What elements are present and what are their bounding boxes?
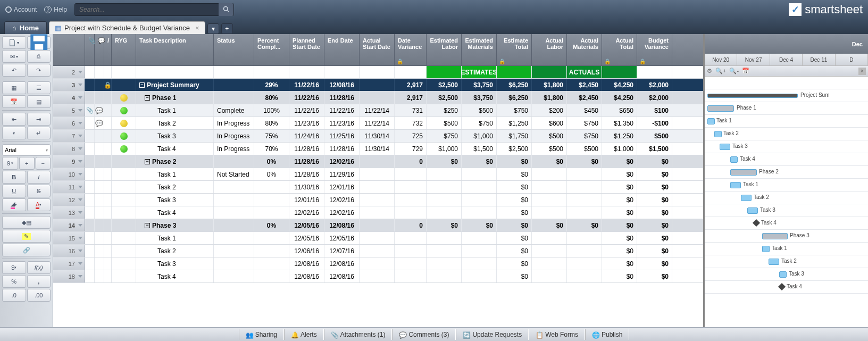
gantt-bar[interactable]	[762, 233, 788, 239]
account-link[interactable]: Account	[5, 6, 37, 13]
gantt-milestone[interactable]	[778, 283, 786, 290]
formula-button[interactable]: f(x)	[27, 261, 51, 274]
search-button[interactable]	[219, 3, 233, 16]
gantt-view-button[interactable]: ☰	[27, 81, 51, 94]
table-row[interactable]: 10Task 1Not Started0%11/28/1611/29/16$0$…	[53, 168, 703, 181]
desc-header[interactable]: Task Description	[136, 34, 214, 65]
bubble-icon[interactable]: 💬	[95, 120, 103, 127]
table-row[interactable]: 8Task 4In Progress70%11/28/1611/28/1611/…	[53, 143, 703, 155]
table-row[interactable]: 17Task 312/08/1612/08/16$0$0$0	[53, 257, 703, 270]
save-button[interactable]	[27, 36, 51, 49]
status-cell[interactable]	[214, 257, 254, 270]
atot-header[interactable]: Actual Total🔒	[602, 34, 637, 65]
redo-button[interactable]: ↷	[27, 64, 51, 77]
table-row[interactable]: 11Task 211/30/1612/01/16$0$0$0	[53, 181, 703, 194]
table-row[interactable]: 12Task 312/01/1612/02/16$0$0$0	[53, 194, 703, 206]
bvar-header[interactable]: Budget Variance🔒	[637, 34, 672, 65]
close-tab-icon[interactable]: ×	[195, 24, 199, 32]
gantt-bar[interactable]	[730, 169, 757, 176]
indent-button[interactable]: ⇥	[27, 113, 51, 126]
status-header[interactable]: Status	[214, 34, 254, 65]
strike-button[interactable]: S	[27, 185, 51, 197]
file-button[interactable]: ▾	[2, 36, 26, 49]
gantt-bar[interactable]	[769, 259, 779, 265]
gantt-today-icon[interactable]: 📅	[742, 68, 749, 74]
status-cell[interactable]: Complete	[214, 104, 254, 117]
status-cell[interactable]	[214, 79, 254, 91]
conditional-format-button[interactable]: ◆▤	[2, 216, 51, 229]
row-number[interactable]: 17	[53, 257, 85, 270]
table-row[interactable]: 5📎💬Task 1Complete100%11/22/1611/22/1611/…	[53, 104, 703, 117]
print-button[interactable]: ⎙	[27, 50, 51, 63]
new-tab-button[interactable]: +	[221, 23, 233, 34]
status-cell[interactable]: In Progress	[214, 130, 254, 142]
text-color-button[interactable]: A▾	[27, 198, 51, 211]
status-cell[interactable]	[214, 155, 254, 168]
amat-header[interactable]: Actual Materials	[567, 34, 602, 65]
attach-header[interactable]: 📎	[85, 34, 95, 65]
status-cell[interactable]	[214, 181, 254, 193]
status-cell[interactable]	[214, 232, 254, 244]
table-row[interactable]: 16Task 212/06/1612/07/16$0$0$0	[53, 245, 703, 257]
gantt-bar[interactable]	[730, 156, 738, 163]
publish-button[interactable]: 🌐Publish	[585, 329, 629, 340]
row-number[interactable]: 3	[53, 79, 85, 91]
status-cell[interactable]	[214, 219, 254, 231]
pct-header[interactable]: Percent Compl...	[254, 34, 289, 65]
status-cell[interactable]: Not Started	[214, 168, 254, 180]
link-button[interactable]: 🔗	[2, 244, 51, 256]
sheet-tab[interactable]: ▦ Project with Schedule & Budget Varianc…	[49, 21, 205, 34]
help-link[interactable]: ? Help	[44, 6, 67, 13]
table-row[interactable]: 18Task 412/08/1612/08/16$0$0$0	[53, 270, 703, 283]
row-number[interactable]: 2	[53, 66, 85, 78]
emat-header[interactable]: Estimated Materials	[462, 34, 497, 65]
status-cell[interactable]	[214, 270, 254, 282]
undo-button[interactable]: ↶	[2, 64, 26, 77]
status-cell[interactable]	[214, 92, 254, 104]
rownum-header[interactable]	[53, 34, 85, 65]
percent-button[interactable]: %	[2, 275, 26, 288]
highlight-button[interactable]: ✎	[2, 230, 51, 243]
card-view-button[interactable]: ▤	[27, 95, 51, 108]
table-row[interactable]: 9−Phase 20%11/28/1612/02/160$0$0$0$0$0$0…	[53, 155, 703, 168]
mail-button[interactable]: ✉▾	[2, 50, 26, 63]
gantt-bar[interactable]	[730, 182, 741, 188]
grid-area[interactable]: 📎 💬 i RYG Task Description Status Percen…	[53, 34, 703, 327]
update-requests-button[interactable]: 🔄Update Requests	[456, 329, 529, 340]
end-header[interactable]: End Date	[324, 34, 360, 65]
row-number[interactable]: 14	[53, 219, 85, 231]
align-left-button[interactable]: ▾	[2, 127, 26, 139]
etot-header[interactable]: Estimate Total🔒	[497, 34, 532, 65]
gantt-bar[interactable]	[707, 94, 798, 98]
collapse-icon[interactable]: −	[145, 159, 150, 164]
wrap-button[interactable]: ↵	[27, 127, 51, 139]
row-number[interactable]: 13	[53, 206, 85, 219]
row-number[interactable]: 10	[53, 168, 85, 180]
gantt-bar[interactable]	[707, 105, 734, 112]
paperclip-icon[interactable]: 📎	[86, 107, 94, 114]
table-row[interactable]: 14−Phase 30%12/05/1612/08/160$0$0$0$0$0$…	[53, 219, 703, 232]
gantt-bar[interactable]	[720, 144, 730, 150]
outdent-button[interactable]: ⇤	[2, 113, 26, 126]
row-number[interactable]: 7	[53, 130, 85, 142]
font-select[interactable]: Arial▾	[2, 144, 51, 156]
currency-button[interactable]: $▾	[2, 261, 26, 274]
grid-view-button[interactable]: ▦	[2, 81, 26, 94]
row-number[interactable]: 9	[53, 155, 85, 168]
astart-header[interactable]: Actual Start Date	[360, 34, 395, 65]
pstart-header[interactable]: Planned Start Date	[289, 34, 324, 65]
gantt-bar[interactable]	[779, 271, 787, 278]
bold-button[interactable]: B	[2, 171, 26, 184]
row-number[interactable]: 6	[53, 117, 85, 129]
alerts-button[interactable]: 🔔Alerts	[284, 329, 324, 340]
status-cell[interactable]: In Progress	[214, 143, 254, 155]
sharing-button[interactable]: 👥Sharing	[239, 329, 284, 340]
font-grow-button[interactable]: +	[19, 157, 35, 170]
italic-button[interactable]: I	[27, 171, 51, 184]
dec-increase-button[interactable]: .0	[2, 289, 26, 302]
comments-button[interactable]: 💬Comments (3)	[392, 329, 456, 340]
dvar-header[interactable]: Date Variance🔒	[395, 34, 427, 65]
status-cell[interactable]	[214, 194, 254, 206]
gantt-zoomout-icon[interactable]: 🔍-	[729, 68, 739, 74]
table-row[interactable]: 2ESTIMATESACTUALS	[53, 66, 703, 79]
